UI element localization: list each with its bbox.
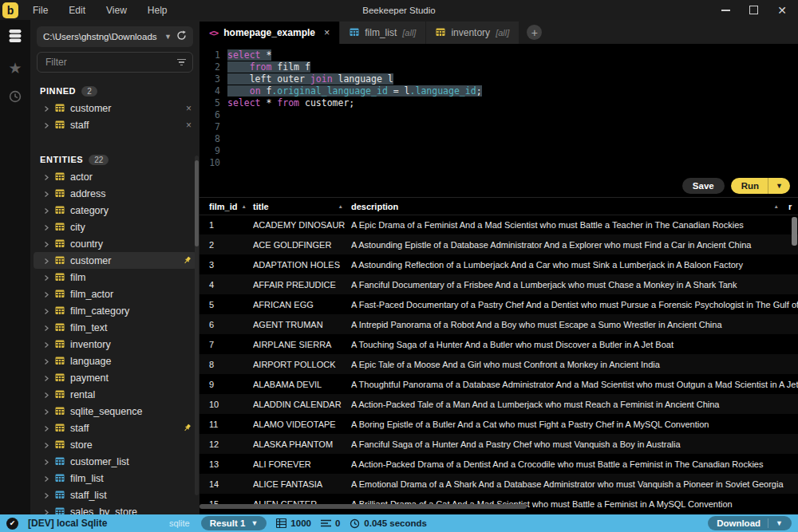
sidebar-item-country[interactable]: country [34, 235, 196, 252]
table-row[interactable]: 13ALI FOREVERA Action-Packed Drama of a … [200, 454, 798, 474]
run-button[interactable]: Run ▼ [731, 178, 790, 194]
minimize-icon[interactable] [721, 10, 730, 11]
tab-suffix: [all] [496, 28, 509, 37]
close-icon[interactable]: ✕ [777, 5, 787, 16]
favorites-star-icon[interactable]: ★ [8, 61, 22, 76]
sidebar-item-customer_list[interactable]: customer_list [34, 453, 196, 470]
sidebar-item-staff[interactable]: staff [34, 420, 196, 436]
sidebar-item-staff_list[interactable]: staff_list [34, 487, 196, 503]
sidebar-item-film[interactable]: film [34, 269, 196, 286]
sidebar-item-film_category[interactable]: film_category [34, 302, 196, 319]
history-clock-icon[interactable] [8, 89, 22, 107]
entities-section-header: ENTITIES 22 [30, 152, 200, 167]
chevron-right-icon [43, 354, 49, 368]
entity-label: film_actor [70, 289, 113, 300]
table-row[interactable]: 2ACE GOLDFINGERA Astounding Epistle of a… [200, 234, 798, 254]
tab-homepage_example[interactable]: <>homepage_example× [200, 22, 339, 44]
sidebar-scrollbar-thumb[interactable] [195, 160, 199, 246]
table-row[interactable]: 9ALABAMA DEVILA Thoughtful Panorama of a… [200, 374, 798, 394]
table-icon [55, 118, 65, 132]
menu-view[interactable]: View [106, 5, 127, 16]
sidebar-item-rental[interactable]: rental [34, 386, 196, 403]
token: = l [388, 85, 410, 97]
editor-code[interactable]: select * from film f left outer join lan… [220, 49, 798, 174]
table-row[interactable]: 12ALASKA PHANTOMA Fanciful Saga of a Hun… [200, 434, 798, 454]
vertical-scrollbar-thumb[interactable] [792, 217, 797, 246]
download-divider [768, 518, 768, 528]
table-row[interactable]: 4AFFAIR PREJUDICEA Fanciful Documentary … [200, 274, 798, 294]
column-header-title[interactable]: title▲ [253, 202, 351, 211]
tab-film_list[interactable]: film_list[all] [340, 22, 425, 44]
tab-bar: <>homepage_example×film_list[all]invento… [200, 20, 798, 44]
sidebar-item-film_list[interactable]: film_list [34, 470, 196, 487]
table-row[interactable]: 5AFRICAN EGGA Fast-Paced Documentary of … [200, 294, 798, 314]
entity-filter [37, 52, 193, 73]
menu-help[interactable]: Help [148, 5, 168, 16]
sidebar-item-film_actor[interactable]: film_actor [34, 286, 196, 302]
run-dropdown-caret-icon[interactable]: ▼ [768, 179, 790, 193]
sidebar-item-category[interactable]: category [34, 202, 196, 219]
entity-label: sales_by_store [70, 506, 137, 515]
code-line: select * [227, 49, 798, 61]
horizontal-scrollbar-thumb[interactable] [200, 504, 527, 509]
table-row[interactable]: 10ALADDIN CALENDARA Action-Packed Tale o… [200, 394, 798, 414]
download-button[interactable]: Download ▼ [708, 516, 792, 530]
sort-asc-icon[interactable]: ▲ [338, 203, 343, 209]
unpin-close-icon[interactable]: × [186, 103, 192, 114]
refresh-icon[interactable] [176, 30, 187, 44]
tab-inventory[interactable]: inventory[all] [426, 22, 519, 44]
sidebar-item-store[interactable]: store [34, 436, 196, 453]
entity-label: staff [70, 423, 89, 434]
sidebar-item-sales_by_store[interactable]: sales_by_store [34, 503, 196, 514]
filter-input[interactable] [44, 56, 177, 69]
unpin-close-icon[interactable]: × [186, 120, 192, 131]
database-icon[interactable] [7, 28, 23, 47]
sidebar-item-film_text[interactable]: film_text [34, 319, 196, 336]
result-selector[interactable]: Result 1▼ [201, 516, 267, 530]
sidebar-item-sqlite_sequence[interactable]: sqlite_sequence [34, 403, 196, 420]
table-row[interactable]: 3ADAPTATION HOLESA Astounding Reflection… [200, 254, 798, 274]
tab-close-icon[interactable]: × [324, 27, 330, 38]
table-row[interactable]: 8AIRPORT POLLOCKA Epic Tale of a Moose A… [200, 354, 798, 374]
table-row[interactable]: 1ACADEMY DINOSAURA Epic Drama of a Femin… [200, 215, 798, 234]
maximize-icon[interactable] [749, 6, 758, 14]
sidebar-item-inventory[interactable]: inventory [34, 336, 196, 353]
sidebar-item-language[interactable]: language [34, 353, 196, 369]
sort-asc-icon[interactable]: ▲ [774, 203, 779, 209]
sort-asc-icon[interactable]: ▲ [241, 203, 246, 209]
new-tab-button[interactable]: + [527, 25, 542, 40]
sidebar-item-payment[interactable]: payment [34, 369, 196, 386]
chevron-right-icon [43, 287, 49, 301]
table-row[interactable]: 6AGENT TRUMANA Intrepid Panorama of a Ro… [200, 314, 798, 334]
cell-film-id: 9 [200, 380, 253, 389]
table-row[interactable]: 14ALICE FANTASIAA Emotional Drama of a A… [200, 474, 798, 494]
table-row[interactable]: 11ALAMO VIDEOTAPEA Boring Epistle of a B… [200, 414, 798, 434]
token: * [261, 97, 278, 108]
menu-file[interactable]: File [33, 5, 48, 16]
connection-select[interactable]: C:\Users\ghstng\Downloads ▼ [37, 26, 193, 47]
token: customer; [299, 97, 354, 108]
sql-editor[interactable]: 12345678910 select * from film f left ou… [200, 44, 798, 174]
entity-label: city [70, 222, 85, 233]
token: language l [333, 73, 393, 85]
table-icon [55, 237, 65, 251]
column-header-clipped[interactable]: r [788, 202, 798, 211]
sidebar-item-customer[interactable]: customer [34, 252, 196, 269]
pinned-item-staff[interactable]: staff× [34, 116, 196, 133]
sidebar-item-actor[interactable]: actor [34, 168, 196, 185]
chevron-right-icon [43, 270, 49, 285]
column-header-description[interactable]: description▲ [351, 202, 788, 211]
column-header-film-id[interactable]: film_id▲ [200, 202, 253, 211]
results-rows: 1ACADEMY DINOSAURA Epic Drama of a Femin… [200, 215, 798, 514]
pinned-item-customer[interactable]: customer× [34, 100, 196, 116]
run-button-label[interactable]: Run [731, 178, 768, 194]
editor-toolbar: Save Run ▼ [200, 174, 798, 198]
sidebar-item-address[interactable]: address [34, 185, 196, 202]
cell-description: A Touching Saga of a Hunter And a Butler… [351, 340, 798, 349]
table-row[interactable]: 7AIRPLANE SIERRAA Touching Saga of a Hun… [200, 334, 798, 354]
sidebar-item-city[interactable]: city [34, 219, 196, 235]
line-number: 9 [200, 145, 220, 157]
save-button[interactable]: Save [682, 178, 725, 194]
menu-edit[interactable]: Edit [69, 5, 85, 16]
chevron-right-icon [43, 220, 49, 234]
